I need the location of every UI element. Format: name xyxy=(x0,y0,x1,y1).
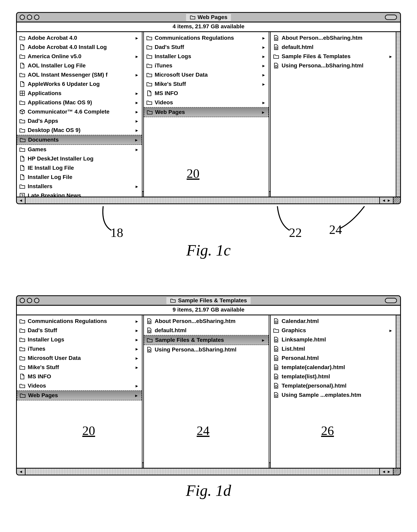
column-2[interactable]: Communications Regulations▸Dad's Stuff▸I… xyxy=(144,32,269,197)
item-label: MS INFO xyxy=(155,89,178,98)
list-item[interactable]: Applications▸ xyxy=(17,89,142,98)
scroll-track[interactable] xyxy=(25,197,379,204)
column-divider[interactable] xyxy=(142,32,144,197)
list-item[interactable]: Using Sample ...emplates.htm xyxy=(271,390,396,399)
list-item[interactable]: About Person...ebSharing.htm xyxy=(144,317,269,326)
list-item[interactable]: template(list).html xyxy=(271,372,396,381)
list-item[interactable]: default.html xyxy=(271,42,396,52)
scroll-right-icon[interactable]: ◄ ► xyxy=(379,469,393,475)
list-item[interactable]: America Online v5.0▸ xyxy=(17,52,142,61)
toolbar-toggle-button[interactable] xyxy=(385,298,397,303)
list-item[interactable]: Videos▸ xyxy=(144,98,269,107)
chevron-right-icon: ▸ xyxy=(136,109,139,115)
zoom-icon[interactable] xyxy=(34,15,39,20)
list-item[interactable]: AOL Instant Messenger (SM) f▸ xyxy=(17,70,142,80)
close-icon[interactable] xyxy=(20,298,25,303)
horizontal-scrollbar[interactable]: ◄ ◄ ► xyxy=(17,197,400,204)
titlebar[interactable]: Sample Files & Templates xyxy=(17,296,400,306)
list-item[interactable]: iTunes▸ xyxy=(17,344,142,353)
list-item[interactable]: Mike's Stuff▸ xyxy=(17,363,142,372)
item-label: Games xyxy=(28,145,46,154)
vertical-scrollbar[interactable] xyxy=(396,315,400,468)
column-divider[interactable] xyxy=(269,32,271,197)
list-item[interactable]: Installer Log File xyxy=(17,173,142,182)
list-item[interactable]: Applications (Mac OS 9)▸ xyxy=(17,98,142,107)
chevron-right-icon: ▸ xyxy=(136,327,139,334)
callout-20: 20 xyxy=(187,166,199,181)
list-item[interactable]: AOL Installer Log File xyxy=(17,61,142,70)
column-view: Adobe Acrobat 4.0▸Adobe Acrobat 4.0 Inst… xyxy=(17,32,400,197)
list-item[interactable]: MS INFO xyxy=(144,89,269,98)
scroll-track[interactable] xyxy=(25,469,379,475)
list-item[interactable]: Dad's Stuff▸ xyxy=(17,326,142,335)
list-item[interactable]: Adobe Acrobat 4.0 Install Log xyxy=(17,42,142,52)
minimize-icon[interactable] xyxy=(27,15,32,20)
scroll-right-icon[interactable]: ◄ ► xyxy=(379,197,393,204)
item-label: Installer Log File xyxy=(28,173,72,181)
list-item[interactable]: AppleWorks 6 Updater Log xyxy=(17,80,142,89)
column-divider[interactable] xyxy=(142,315,144,468)
figure-caption: Fig. 1d xyxy=(16,481,401,500)
list-item[interactable]: Linksample.html xyxy=(271,335,396,344)
resize-grip-icon[interactable] xyxy=(393,197,400,204)
list-item[interactable]: Template(personal).html xyxy=(271,381,396,390)
list-item[interactable]: iTunes▸ xyxy=(144,61,269,70)
chevron-right-icon: ▸ xyxy=(136,355,139,361)
list-item[interactable]: Web Pages▸ xyxy=(17,390,142,400)
list-item[interactable]: Installer Logs▸ xyxy=(144,52,269,61)
window-title: Web Pages xyxy=(186,14,231,21)
zoom-icon[interactable] xyxy=(34,298,39,303)
list-item[interactable]: Installers▸ xyxy=(17,182,142,191)
horizontal-scrollbar[interactable]: ◄ ◄ ► xyxy=(17,468,400,475)
list-item[interactable]: Graphics▸ xyxy=(271,326,396,335)
column-2[interactable]: About Person...ebSharing.htmdefault.html… xyxy=(144,315,269,468)
list-item[interactable]: Personal.html xyxy=(271,353,396,363)
list-item[interactable]: Web Pages▸ xyxy=(144,107,269,117)
list-item[interactable]: IE Install Log File xyxy=(17,163,142,173)
list-item[interactable]: Microsoft User Data▸ xyxy=(17,353,142,363)
list-item[interactable]: Using Persona...bSharing.html xyxy=(271,61,396,70)
close-icon[interactable] xyxy=(20,15,25,20)
list-item[interactable]: Communicator™ 4.6 Complete▸ xyxy=(17,107,142,116)
list-item[interactable]: template(calendar).html xyxy=(271,363,396,372)
column-3[interactable]: Calendar.htmlGraphics▸Linksample.htmlLis… xyxy=(271,315,396,468)
folder-icon xyxy=(20,137,26,143)
list-item[interactable]: Videos▸ xyxy=(17,381,142,390)
list-item[interactable]: Sample Files & Templates▸ xyxy=(271,52,396,61)
list-item[interactable]: Desktop (Mac OS 9)▸ xyxy=(17,126,142,135)
doc-icon xyxy=(146,90,152,96)
list-item[interactable]: Adobe Acrobat 4.0▸ xyxy=(17,33,142,42)
chevron-right-icon: ▸ xyxy=(136,146,139,153)
column-1[interactable]: Communications Regulations▸Dad's Stuff▸I… xyxy=(17,315,142,468)
list-item[interactable]: Sample Files & Templates▸ xyxy=(144,335,269,345)
list-item[interactable]: Communications Regulations▸ xyxy=(17,317,142,326)
resize-grip-icon[interactable] xyxy=(393,469,400,475)
list-item[interactable]: default.html xyxy=(144,326,269,335)
list-item[interactable]: Calendar.html xyxy=(271,317,396,326)
list-item[interactable]: Documents▸ xyxy=(17,135,142,145)
list-item[interactable]: Microsoft User Data▸ xyxy=(144,70,269,80)
list-item[interactable]: Using Persona...bSharing.html xyxy=(144,345,269,354)
vertical-scrollbar[interactable] xyxy=(396,32,400,197)
list-item[interactable]: Installer Logs▸ xyxy=(17,335,142,344)
column-1[interactable]: Adobe Acrobat 4.0▸Adobe Acrobat 4.0 Inst… xyxy=(17,32,142,197)
titlebar[interactable]: Web Pages xyxy=(17,13,400,22)
list-item[interactable]: Mike's Stuff▸ xyxy=(144,80,269,89)
svg-point-4 xyxy=(275,47,277,49)
column-divider[interactable] xyxy=(269,315,271,468)
folder-icon xyxy=(146,62,152,69)
toolbar-toggle-button[interactable] xyxy=(385,15,397,20)
list-item[interactable]: Dad's Stuff▸ xyxy=(144,42,269,52)
minimize-icon[interactable] xyxy=(27,298,32,303)
list-item[interactable]: ?Late Breaking News xyxy=(17,191,142,197)
scroll-left-icon[interactable]: ◄ xyxy=(17,469,25,475)
list-item[interactable]: About Person...ebSharing.htm xyxy=(271,33,396,42)
scroll-left-icon[interactable]: ◄ xyxy=(17,197,25,204)
list-item[interactable]: Communications Regulations▸ xyxy=(144,33,269,42)
list-item[interactable]: Games▸ xyxy=(17,145,142,154)
list-item[interactable]: HP DeskJet Installer Log xyxy=(17,154,142,163)
column-3[interactable]: About Person...ebSharing.htmdefault.html… xyxy=(271,32,396,197)
list-item[interactable]: MS INFO xyxy=(17,372,142,381)
list-item[interactable]: Dad's Apps▸ xyxy=(17,116,142,126)
list-item[interactable]: List.html xyxy=(271,344,396,353)
